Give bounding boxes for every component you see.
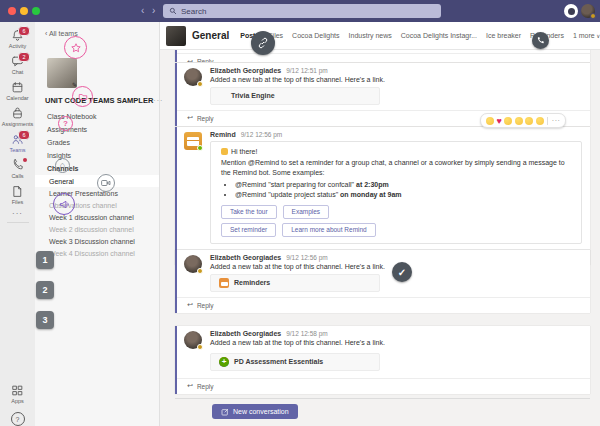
annotation-check-circle xyxy=(392,262,412,282)
star-icon xyxy=(70,42,82,54)
laughing-emoji[interactable] xyxy=(504,117,512,125)
wave-emoji xyxy=(221,148,228,155)
set-reminder-button[interactable]: Set reminder xyxy=(221,223,276,237)
remind-adaptive-card: Hi there! Mention @Remind to set a remin… xyxy=(210,141,582,244)
annotation-badge-2: 2 xyxy=(36,281,54,299)
rail-item-teams[interactable]: 6 Teams xyxy=(0,130,35,156)
tab-link-card[interactable]: PD Assessment Essentials xyxy=(210,353,380,371)
channel-learner-presentations[interactable]: Learner Presentations xyxy=(35,187,159,199)
apps-grid-icon xyxy=(11,384,24,397)
reply-arrow-icon xyxy=(187,114,193,122)
presence-dot xyxy=(590,13,596,19)
surprised-emoji[interactable] xyxy=(515,117,523,125)
help-icon[interactable]: ? xyxy=(11,412,25,426)
sidebar-item-assignments[interactable]: Assignments xyxy=(35,123,159,136)
sender-avatar[interactable] xyxy=(184,68,202,86)
reply-button[interactable]: Reply xyxy=(177,378,590,395)
rail-item-chat[interactable]: 2 Chat xyxy=(0,52,35,78)
sender-name[interactable]: Elizabeth Georgiades xyxy=(210,330,281,337)
annotation-folder-circle xyxy=(72,86,93,107)
reply-button[interactable]: Reply xyxy=(177,297,590,314)
remind-bot-avatar[interactable] xyxy=(184,132,202,150)
tab-ice-breaker[interactable]: Ice breaker xyxy=(486,32,521,39)
message-text: Added a new tab at the top of this chann… xyxy=(210,339,582,346)
calendar-icon xyxy=(11,81,24,94)
heart-emoji[interactable] xyxy=(497,117,502,125)
channel-team-thumbnail xyxy=(166,26,186,46)
rail-item-assignments[interactable]: Assignments xyxy=(0,104,35,130)
activity-badge: 6 xyxy=(18,26,30,36)
folder-icon xyxy=(78,92,88,102)
annotation-megaphone-circle xyxy=(53,193,75,215)
calls-dot-badge xyxy=(23,158,27,162)
rail-item-files[interactable]: Files xyxy=(0,182,35,208)
files-icon xyxy=(11,185,24,198)
search-input[interactable]: Search xyxy=(163,4,441,18)
history-back-icon[interactable]: ‹ xyxy=(141,4,144,18)
video-camera-icon xyxy=(101,179,111,187)
chat-badge: 2 xyxy=(18,52,30,62)
channel-week1[interactable]: Week 1 discussion channel xyxy=(35,211,159,223)
remind-examples: @Remind "start preparing for confcall" a… xyxy=(235,180,571,201)
sad-emoji[interactable] xyxy=(525,117,533,125)
feed-divider xyxy=(175,398,590,399)
tab-cocoa-delights-instagram[interactable]: Cocoa Delights Instagr... xyxy=(401,32,477,39)
tab-cocoa-delights[interactable]: Cocoa Delights xyxy=(292,32,339,39)
maximize-window-button[interactable] xyxy=(32,7,40,15)
annotation-badge-3: 3 xyxy=(36,311,54,329)
tab-link-card[interactable]: Reminders xyxy=(210,274,380,292)
sender-avatar[interactable] xyxy=(184,331,202,349)
timestamp: 9/12 12:51 pm xyxy=(286,67,328,74)
tab-overflow[interactable]: 1 more xyxy=(573,32,600,39)
message-partial: Reply xyxy=(175,50,590,62)
learn-more-button[interactable]: Learn more about Remind xyxy=(282,223,376,237)
calls-icon xyxy=(11,159,24,172)
thumbs-up-emoji[interactable] xyxy=(486,117,494,125)
presence-dot xyxy=(197,81,203,87)
account-icon[interactable] xyxy=(564,4,578,18)
more-options-icon[interactable]: ··· xyxy=(552,117,561,124)
sender-name[interactable]: Elizabeth Georgiades xyxy=(210,254,281,261)
sender-name[interactable]: Elizabeth Georgiades xyxy=(210,67,281,74)
rail-item-activity[interactable]: 6 Activity xyxy=(0,26,35,52)
tab-industry-news[interactable]: Industry news xyxy=(349,32,392,39)
tab-link-card[interactable]: Trivia Engine xyxy=(210,87,380,105)
reaction-picker: ··· xyxy=(480,113,566,128)
channel-week2[interactable]: Week 2 discussion channel xyxy=(35,223,159,235)
rail-item-apps[interactable]: Apps xyxy=(0,381,35,407)
rail-item-calendar[interactable]: Calendar xyxy=(0,78,35,104)
team-sidebar: All teams ✎ UNIT CODE TEAMS SAMPLER ··· … xyxy=(35,22,160,426)
teams-badge: 6 xyxy=(18,130,30,140)
rail-item-calls[interactable]: Calls xyxy=(0,156,35,182)
divider xyxy=(547,117,548,125)
history-forward-icon[interactable]: › xyxy=(152,4,155,18)
rail-divider xyxy=(7,222,29,223)
app-rail: 6 Activity 2 Chat Calendar Assignments 6… xyxy=(0,22,35,426)
message-feed: Reply Elizabeth Georgiades9/12 12:51 pm … xyxy=(160,50,600,426)
user-avatar[interactable] xyxy=(581,4,595,18)
compose-icon xyxy=(221,408,229,416)
message-text: Added a new tab at the top of this chann… xyxy=(210,76,582,83)
sidebar-item-insights[interactable]: Insights xyxy=(35,149,159,162)
rail-more-button[interactable]: ··· xyxy=(12,209,23,218)
message-reminders-tab: Elizabeth Georgiades9/12 12:56 pm Added … xyxy=(175,250,590,313)
team-image[interactable]: ✎ xyxy=(47,58,77,88)
minimize-window-button[interactable] xyxy=(20,7,28,15)
sender-avatar[interactable] xyxy=(184,255,202,273)
take-the-tour-button[interactable]: Take the tour xyxy=(221,205,277,219)
channel-week3[interactable]: Week 3 Discussion channel xyxy=(35,235,159,247)
close-window-button[interactable] xyxy=(8,7,16,15)
team-more-icon[interactable]: ··· xyxy=(153,97,163,104)
sidebar-item-grades[interactable]: Grades xyxy=(35,136,159,149)
examples-button[interactable]: Examples xyxy=(283,205,330,219)
reply-button[interactable]: Reply xyxy=(177,53,590,62)
annotation-house-circle xyxy=(55,158,70,173)
new-conversation-button[interactable]: New conversation xyxy=(212,404,298,419)
angry-emoji[interactable] xyxy=(536,117,544,125)
megaphone-icon xyxy=(59,199,70,210)
annotation-question-circle: ? xyxy=(58,116,73,131)
phone-icon xyxy=(536,36,545,45)
sender-name[interactable]: Remind xyxy=(210,131,236,138)
reply-arrow-icon xyxy=(187,58,193,63)
sidebar-item-class-notebook[interactable]: Class Notebook xyxy=(35,110,159,123)
